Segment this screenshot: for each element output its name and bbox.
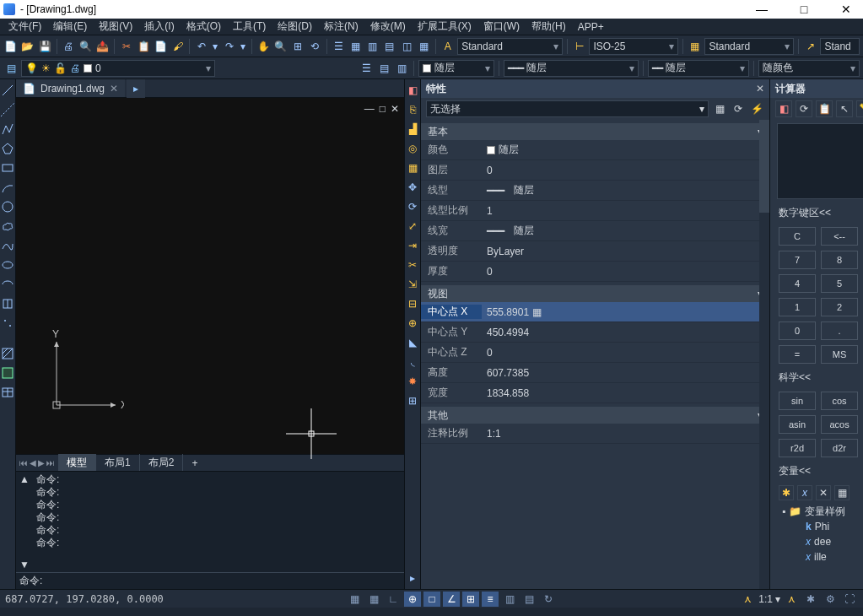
- workspace-icon[interactable]: ⚙: [822, 592, 839, 607]
- calc-display[interactable]: [777, 123, 863, 199]
- paste-icon[interactable]: 📄: [154, 39, 168, 54]
- open-icon[interactable]: 📂: [20, 39, 35, 54]
- undo-icon[interactable]: ↶: [194, 39, 208, 54]
- palette-toggle-icon[interactable]: ▸: [405, 570, 420, 586]
- calc-key-4[interactable]: 4: [779, 274, 816, 293]
- menu-express[interactable]: 扩展工具(X): [413, 18, 477, 35]
- tree-var-dee[interactable]: xdee: [782, 534, 863, 549]
- cut-icon[interactable]: ✂: [119, 39, 133, 54]
- menu-help[interactable]: 帮助(H): [526, 18, 571, 35]
- redo-icon[interactable]: ↷: [222, 39, 236, 54]
- vp-minimize-icon[interactable]: —: [364, 103, 375, 115]
- match-icon[interactable]: 🖌: [170, 39, 185, 54]
- calc-history-icon[interactable]: ⟳: [796, 100, 812, 117]
- quick-select-icon[interactable]: ▦: [712, 101, 727, 116]
- prop-transparency-value[interactable]: ByLayer: [482, 246, 769, 257]
- offset-icon[interactable]: ◎: [405, 141, 420, 156]
- annovis-icon[interactable]: ⋏: [783, 592, 800, 607]
- calc-key-7[interactable]: 7: [779, 251, 816, 269]
- calc-key-sin[interactable]: sin: [779, 392, 816, 410]
- prop-lineweight-value[interactable]: ━━━ 随层: [482, 224, 769, 238]
- properties-icon[interactable]: ☰: [332, 39, 346, 54]
- prop-width-value[interactable]: 1834.858: [482, 387, 769, 399]
- layer-states-icon[interactable]: ☰: [359, 61, 374, 76]
- prop-linetype-value[interactable]: ━━━ 随层: [482, 183, 769, 197]
- section-numpad[interactable]: 数字键区<<: [770, 203, 863, 224]
- explode-icon[interactable]: ✸: [405, 374, 420, 389]
- layer-combo[interactable]: 💡☀🔓🖨 0▾: [21, 60, 215, 77]
- var-delete-icon[interactable]: ✕: [816, 485, 831, 500]
- polyline-icon[interactable]: [0, 122, 15, 137]
- tab-layout1[interactable]: 布局1: [96, 454, 140, 472]
- tree-var-ille[interactable]: xille: [782, 549, 863, 565]
- prop-ltscale-value[interactable]: 1: [482, 205, 769, 217]
- calc-key-2[interactable]: 2: [821, 298, 858, 316]
- zoom-prev-icon[interactable]: ⟲: [307, 39, 321, 54]
- layer-iso-icon[interactable]: ▤: [376, 61, 391, 76]
- table-icon[interactable]: [0, 385, 15, 400]
- revcloud-icon[interactable]: [0, 219, 15, 234]
- calc-key-cos[interactable]: cos: [821, 392, 858, 410]
- command-log[interactable]: 命令:命令:命令: 命令:命令:命令:: [33, 472, 404, 572]
- calc-key-[interactable]: =: [779, 345, 816, 364]
- new-tab-button[interactable]: ▸: [127, 79, 145, 98]
- prop-height-value[interactable]: 607.7385: [482, 367, 769, 379]
- annotation-scale[interactable]: 1:1: [758, 593, 773, 605]
- panel-close-icon[interactable]: ✕: [756, 83, 764, 95]
- mirror-icon[interactable]: ▟: [405, 122, 420, 137]
- erase-icon[interactable]: ◧: [405, 83, 420, 98]
- grid-icon[interactable]: ▦: [346, 592, 363, 607]
- calc-key-asin[interactable]: asin: [779, 415, 816, 434]
- ellipse-arc-icon[interactable]: [0, 277, 15, 292]
- prop-centerx-value[interactable]: 555.8901▦: [482, 306, 769, 318]
- lineweight-combo[interactable]: ━━随层▾: [648, 60, 749, 77]
- calc-key-acos[interactable]: acos: [821, 415, 858, 434]
- close-tab-icon[interactable]: ✕: [110, 83, 118, 95]
- var-calc-icon[interactable]: ▦: [834, 485, 850, 500]
- calc-key-C[interactable]: C: [779, 227, 816, 246]
- calc-key-5[interactable]: 5: [821, 274, 858, 293]
- mleaderstyle-combo[interactable]: Stand: [820, 38, 859, 55]
- menu-window[interactable]: 窗口(W): [478, 18, 525, 35]
- calc-distance-icon[interactable]: 📏: [856, 100, 863, 117]
- scale-icon[interactable]: ⤢: [405, 219, 420, 234]
- section-basic[interactable]: 基本▾: [421, 123, 769, 140]
- polygon-icon[interactable]: [0, 141, 15, 156]
- close-button[interactable]: ✕: [833, 3, 860, 16]
- ellipse-icon[interactable]: [0, 257, 15, 273]
- select-objects-icon[interactable]: ⟳: [731, 101, 746, 116]
- tab-model[interactable]: 模型: [58, 454, 96, 472]
- publish-icon[interactable]: 📤: [95, 39, 110, 54]
- doc-tab-drawing1[interactable]: 📄Drawing1.dwg✕: [16, 79, 125, 97]
- menu-dimension[interactable]: 标注(N): [319, 18, 364, 35]
- print-icon[interactable]: 🖨: [62, 39, 76, 54]
- polar-icon[interactable]: ⊕: [404, 592, 421, 607]
- calc-getpoint-icon[interactable]: ↖: [836, 100, 853, 117]
- calc-key-r2d[interactable]: r2d: [779, 439, 816, 457]
- osnap-icon[interactable]: □: [423, 592, 440, 607]
- model-icon[interactable]: ▥: [501, 592, 518, 607]
- hatch-icon[interactable]: [0, 346, 15, 361]
- prop-color-value[interactable]: 随层: [482, 143, 769, 157]
- tablestyle-combo[interactable]: Standard▾: [704, 38, 794, 55]
- stretch-icon[interactable]: ⇥: [405, 238, 420, 253]
- new-icon[interactable]: 📄: [3, 39, 18, 54]
- tablestyle-icon[interactable]: ▦: [688, 39, 702, 54]
- calc-key-MS[interactable]: MS: [821, 345, 858, 364]
- calc-key-8[interactable]: 8: [821, 251, 858, 269]
- linetype-combo[interactable]: ━━━随层▾: [504, 60, 639, 77]
- color-combo[interactable]: 随层▾: [418, 60, 494, 77]
- preview-icon[interactable]: 🔍: [78, 39, 93, 54]
- calculator-icon[interactable]: ▦: [532, 306, 766, 318]
- otrack-icon[interactable]: ∠: [443, 592, 460, 607]
- section-variables[interactable]: 变量<<: [770, 461, 863, 482]
- tree-root[interactable]: ▪📁变量样例: [782, 504, 863, 519]
- section-view[interactable]: 视图▾: [421, 285, 769, 302]
- dropdown-icon[interactable]: ▾: [775, 593, 780, 605]
- pan-icon[interactable]: ✋: [256, 39, 271, 54]
- toolpalette-icon[interactable]: ▥: [365, 39, 380, 54]
- insert-icon[interactable]: [0, 296, 15, 311]
- textstyle-combo[interactable]: Standard▾: [457, 38, 563, 55]
- prop-centerz-value[interactable]: 0: [482, 347, 769, 359]
- save-icon[interactable]: 💾: [37, 39, 51, 54]
